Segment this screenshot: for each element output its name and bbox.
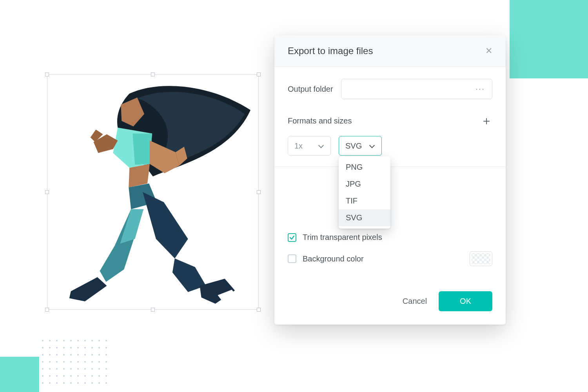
scale-select[interactable]: 1x: [288, 136, 331, 156]
decoration-top-right: [510, 0, 588, 78]
dialog-header: Export to image files ✕: [274, 35, 506, 67]
scale-value: 1x: [294, 142, 303, 151]
background-color-checkbox[interactable]: [288, 254, 296, 263]
formats-sizes-label: Formats and sizes: [288, 116, 352, 125]
chevron-down-icon: [369, 143, 375, 149]
format-value: SVG: [345, 142, 362, 151]
format-dropdown: PNGJPGTIFSVG: [339, 156, 390, 229]
browse-ellipsis-icon[interactable]: ···: [475, 84, 485, 94]
output-folder-input[interactable]: ···: [341, 79, 492, 99]
trim-checkbox[interactable]: [288, 233, 296, 242]
dialog-title: Export to image files: [288, 45, 373, 56]
format-option[interactable]: SVG: [339, 209, 390, 226]
add-format-icon[interactable]: ＋: [481, 115, 492, 127]
decoration-dots: [39, 337, 110, 384]
background-color-swatch[interactable]: [470, 251, 492, 266]
decoration-bottom-left: [0, 357, 39, 392]
export-dialog: Export to image files ✕ Output folder ··…: [274, 35, 506, 325]
format-option[interactable]: JPG: [339, 176, 390, 192]
close-icon[interactable]: ✕: [485, 47, 492, 55]
ok-button[interactable]: OK: [439, 291, 492, 311]
format-option[interactable]: PNG: [339, 159, 390, 176]
canvas-selection[interactable]: [47, 74, 259, 310]
format-option[interactable]: TIF: [339, 192, 390, 209]
canvas-illustration: [47, 75, 258, 309]
output-folder-label: Output folder: [288, 85, 333, 94]
background-color-label: Background color: [303, 254, 364, 263]
trim-label: Trim transparent pixels: [303, 233, 382, 242]
cancel-button[interactable]: Cancel: [403, 297, 427, 306]
format-select[interactable]: SVG: [339, 136, 382, 156]
chevron-down-icon: [318, 143, 324, 149]
